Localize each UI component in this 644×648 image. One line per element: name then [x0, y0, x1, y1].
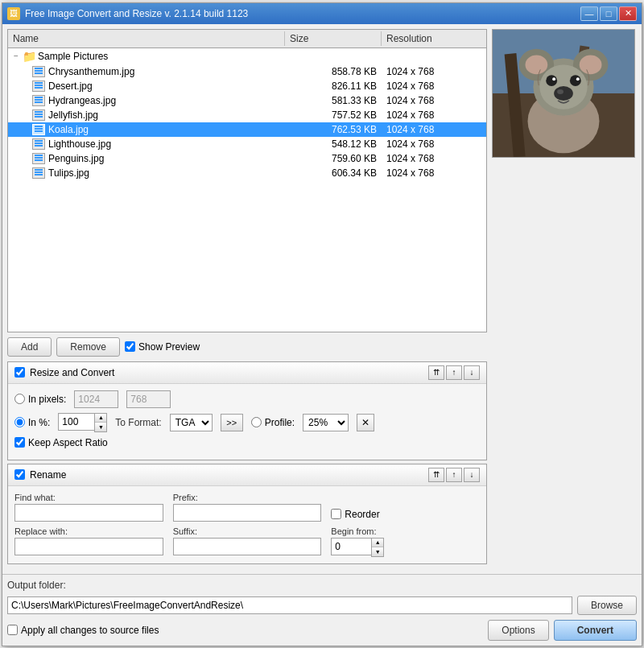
resize-enabled-checkbox[interactable] [14, 367, 25, 378]
pixel-height-input[interactable] [126, 390, 171, 408]
find-what-group: Find what: [14, 493, 163, 522]
rename-nav-down[interactable]: ↓ [464, 468, 480, 482]
percent-spin-down[interactable]: ▼ [95, 423, 106, 431]
list-item[interactable]: Lighthouse.jpg 548.12 KB 1024 x 768 [8, 137, 486, 151]
svg-point-13 [552, 77, 555, 80]
remove-button[interactable]: Remove [56, 337, 120, 357]
left-panel: Name Size Resolution − 📁 Sample Pictures… [7, 29, 487, 569]
in-pixels-text: In pixels: [28, 394, 66, 405]
list-item[interactable]: Koala.jpg 762.53 KB 1024 x 768 [8, 122, 486, 137]
list-item[interactable]: Hydrangeas.jpg 581.33 KB 1024 x 768 [8, 93, 486, 108]
prefix-label: Prefix: [173, 493, 322, 502]
keep-aspect-label[interactable]: Keep Aspect Ratio [14, 437, 108, 448]
svg-point-12 [570, 75, 581, 86]
apply-source-label[interactable]: Apply all changes to source files [7, 625, 159, 636]
reorder-checkbox[interactable] [331, 509, 341, 519]
profile-dropdown[interactable]: 25% 50% 75% 100% [303, 414, 349, 431]
suffix-input[interactable] [173, 538, 322, 555]
options-button[interactable]: Options [488, 620, 548, 641]
rename-body: Find what: Prefix: Reorder [8, 486, 486, 563]
in-percent-text: In %: [28, 417, 50, 428]
in-pixels-radio[interactable] [14, 394, 25, 404]
profile-text: Profile: [265, 417, 295, 428]
folder-row[interactable]: − 📁 Sample Pictures [8, 48, 486, 64]
file-name: Lighthouse.jpg [48, 138, 111, 150]
add-button[interactable]: Add [7, 337, 52, 357]
output-path-input[interactable] [7, 596, 572, 614]
prefix-group: Prefix: [173, 493, 322, 522]
content-area: Name Size Resolution − 📁 Sample Pictures… [2, 24, 642, 574]
in-percent-label[interactable]: In %: [14, 417, 50, 428]
resize-nav-top[interactable]: ⇈ [428, 365, 444, 380]
file-res-cell: 1024 x 768 [382, 152, 486, 165]
show-preview-checkbox[interactable] [125, 341, 135, 352]
in-percent-radio[interactable] [14, 417, 25, 427]
maximize-button[interactable]: □ [600, 6, 617, 21]
file-size-cell: 826.11 KB [285, 80, 382, 93]
show-preview-label[interactable]: Show Preview [125, 341, 200, 353]
pixel-width-input[interactable] [74, 390, 118, 408]
file-icon [32, 95, 45, 106]
resize-options-row: In pixels: [14, 390, 480, 408]
file-list-container: Name Size Resolution − 📁 Sample Pictures… [7, 29, 487, 332]
col-size: Size [285, 31, 382, 46]
rename-nav-up[interactable]: ↑ [446, 468, 462, 482]
keep-aspect-checkbox[interactable] [14, 437, 25, 448]
svg-point-11 [546, 75, 557, 86]
begin-from-spin-up[interactable]: ▲ [372, 539, 383, 547]
rename-nav-top[interactable]: ⇈ [428, 468, 444, 482]
find-what-input[interactable] [14, 504, 163, 522]
reorder-label[interactable]: Reorder [331, 509, 379, 520]
in-pixels-label[interactable]: In pixels: [14, 394, 66, 405]
keep-aspect-row: Keep Aspect Ratio [14, 437, 480, 448]
begin-from-spin-down[interactable]: ▼ [372, 547, 383, 556]
file-name-cell: Tulips.jpg [8, 167, 285, 180]
file-name: Tulips.jpg [48, 167, 89, 179]
svg-point-9 [580, 55, 602, 74]
file-res-cell: 1024 x 768 [382, 94, 486, 107]
convert-button[interactable]: Convert [554, 620, 637, 641]
list-item[interactable]: Tulips.jpg 606.34 KB 1024 x 768 [8, 166, 486, 180]
profile-arrow-button[interactable]: >> [221, 414, 243, 431]
svg-point-14 [576, 77, 580, 80]
list-item[interactable]: Jellyfish.jpg 757.52 KB 1024 x 768 [8, 108, 486, 122]
clear-profile-button[interactable]: ✕ [357, 414, 374, 431]
replace-with-group: Replace with: [14, 526, 163, 557]
file-name-cell: Lighthouse.jpg [8, 138, 285, 151]
file-icon [32, 138, 45, 150]
resize-nav-up[interactable]: ↑ [446, 365, 462, 380]
profile-label[interactable]: Profile: [251, 417, 295, 428]
list-item[interactable]: Penguins.jpg 759.60 KB 1024 x 768 [8, 151, 486, 166]
begin-from-input[interactable] [331, 538, 371, 555]
window-controls: — □ ✕ [580, 6, 637, 21]
resize-header-left: Resize and Convert [14, 367, 114, 378]
reorder-text: Reorder [345, 509, 379, 520]
browse-button[interactable]: Browse [577, 596, 637, 615]
list-item[interactable]: Chrysanthemum.jpg 858.78 KB 1024 x 768 [8, 64, 486, 79]
file-icon [32, 80, 45, 92]
list-item[interactable]: Desert.jpg 826.11 KB 1024 x 768 [8, 79, 486, 93]
replace-with-input[interactable] [14, 538, 163, 555]
collapse-icon[interactable]: − [11, 52, 21, 60]
reorder-group: Reorder [331, 493, 480, 522]
resize-nav-down[interactable]: ↓ [464, 365, 480, 380]
apply-source-checkbox[interactable] [7, 625, 18, 635]
col-resolution: Resolution [382, 31, 486, 46]
svg-point-16 [557, 89, 564, 94]
file-size-cell: 581.33 KB [285, 94, 382, 107]
rename-enabled-checkbox[interactable] [14, 469, 25, 480]
prefix-input[interactable] [173, 504, 322, 522]
title-bar-left: 🖼 Free Image Convert and Resize v. 2.1.1… [7, 7, 248, 20]
percent-input[interactable] [58, 413, 94, 431]
file-name-cell: Penguins.jpg [8, 152, 285, 165]
file-name-cell: Jellyfish.jpg [8, 109, 285, 122]
title-bar: 🖼 Free Image Convert and Resize v. 2.1.1… [2, 3, 642, 24]
minimize-button[interactable]: — [580, 6, 598, 21]
close-button[interactable]: ✕ [619, 6, 637, 21]
main-window: 🖼 Free Image Convert and Resize v. 2.1.1… [2, 2, 642, 646]
right-panel [492, 29, 637, 569]
file-res-cell: 1024 x 768 [382, 109, 486, 122]
percent-spin-up[interactable]: ▲ [95, 414, 106, 423]
format-dropdown[interactable]: TGA JPG PNG BMP GIF TIFF [170, 414, 213, 431]
profile-radio[interactable] [251, 417, 262, 427]
